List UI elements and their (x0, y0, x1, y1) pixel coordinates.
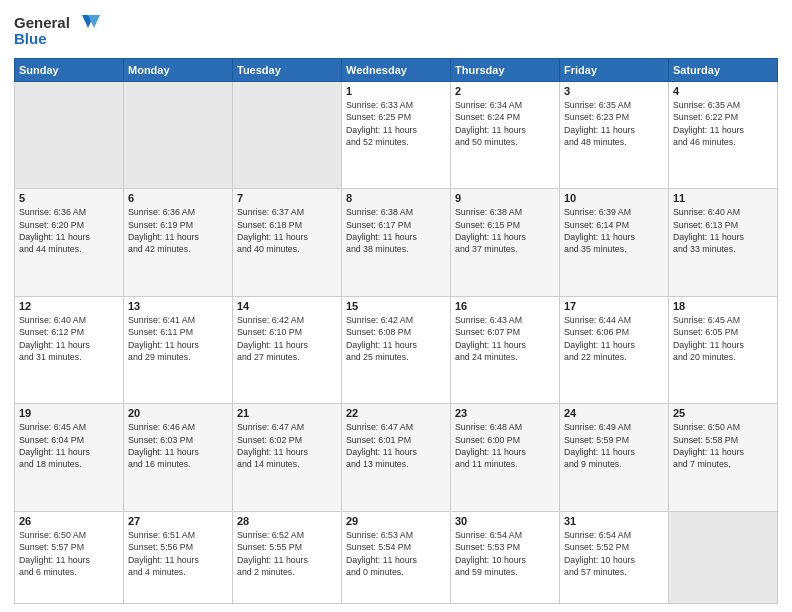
calendar-cell: 10Sunrise: 6:39 AM Sunset: 6:14 PM Dayli… (560, 189, 669, 296)
day-number: 16 (455, 300, 555, 312)
day-info: Sunrise: 6:49 AM Sunset: 5:59 PM Dayligh… (564, 421, 664, 470)
day-info: Sunrise: 6:51 AM Sunset: 5:56 PM Dayligh… (128, 529, 228, 578)
day-info: Sunrise: 6:48 AM Sunset: 6:00 PM Dayligh… (455, 421, 555, 470)
calendar-cell: 23Sunrise: 6:48 AM Sunset: 6:00 PM Dayli… (451, 404, 560, 511)
logo: General Blue (14, 10, 104, 52)
day-info: Sunrise: 6:47 AM Sunset: 6:01 PM Dayligh… (346, 421, 446, 470)
calendar-cell: 14Sunrise: 6:42 AM Sunset: 6:10 PM Dayli… (233, 296, 342, 403)
calendar-cell: 12Sunrise: 6:40 AM Sunset: 6:12 PM Dayli… (15, 296, 124, 403)
day-number: 31 (564, 515, 664, 527)
calendar-cell: 27Sunrise: 6:51 AM Sunset: 5:56 PM Dayli… (124, 511, 233, 603)
day-info: Sunrise: 6:53 AM Sunset: 5:54 PM Dayligh… (346, 529, 446, 578)
calendar-cell: 16Sunrise: 6:43 AM Sunset: 6:07 PM Dayli… (451, 296, 560, 403)
day-number: 28 (237, 515, 337, 527)
day-info: Sunrise: 6:44 AM Sunset: 6:06 PM Dayligh… (564, 314, 664, 363)
day-number: 19 (19, 407, 119, 419)
calendar-cell: 26Sunrise: 6:50 AM Sunset: 5:57 PM Dayli… (15, 511, 124, 603)
calendar-cell: 15Sunrise: 6:42 AM Sunset: 6:08 PM Dayli… (342, 296, 451, 403)
weekday-header-friday: Friday (560, 59, 669, 82)
calendar-cell: 1Sunrise: 6:33 AM Sunset: 6:25 PM Daylig… (342, 82, 451, 189)
day-info: Sunrise: 6:35 AM Sunset: 6:22 PM Dayligh… (673, 99, 773, 148)
day-info: Sunrise: 6:47 AM Sunset: 6:02 PM Dayligh… (237, 421, 337, 470)
calendar-cell: 13Sunrise: 6:41 AM Sunset: 6:11 PM Dayli… (124, 296, 233, 403)
day-number: 15 (346, 300, 446, 312)
calendar-cell: 2Sunrise: 6:34 AM Sunset: 6:24 PM Daylig… (451, 82, 560, 189)
day-number: 17 (564, 300, 664, 312)
day-info: Sunrise: 6:46 AM Sunset: 6:03 PM Dayligh… (128, 421, 228, 470)
day-number: 12 (19, 300, 119, 312)
calendar-cell: 18Sunrise: 6:45 AM Sunset: 6:05 PM Dayli… (669, 296, 778, 403)
calendar-cell (233, 82, 342, 189)
day-info: Sunrise: 6:52 AM Sunset: 5:55 PM Dayligh… (237, 529, 337, 578)
day-number: 9 (455, 192, 555, 204)
day-number: 26 (19, 515, 119, 527)
day-info: Sunrise: 6:36 AM Sunset: 6:20 PM Dayligh… (19, 206, 119, 255)
day-number: 14 (237, 300, 337, 312)
calendar-cell: 19Sunrise: 6:45 AM Sunset: 6:04 PM Dayli… (15, 404, 124, 511)
day-info: Sunrise: 6:45 AM Sunset: 6:05 PM Dayligh… (673, 314, 773, 363)
day-info: Sunrise: 6:34 AM Sunset: 6:24 PM Dayligh… (455, 99, 555, 148)
calendar-week-5: 26Sunrise: 6:50 AM Sunset: 5:57 PM Dayli… (15, 511, 778, 603)
calendar-cell: 7Sunrise: 6:37 AM Sunset: 6:18 PM Daylig… (233, 189, 342, 296)
weekday-header-tuesday: Tuesday (233, 59, 342, 82)
calendar-cell: 25Sunrise: 6:50 AM Sunset: 5:58 PM Dayli… (669, 404, 778, 511)
day-info: Sunrise: 6:41 AM Sunset: 6:11 PM Dayligh… (128, 314, 228, 363)
day-info: Sunrise: 6:45 AM Sunset: 6:04 PM Dayligh… (19, 421, 119, 470)
calendar-week-4: 19Sunrise: 6:45 AM Sunset: 6:04 PM Dayli… (15, 404, 778, 511)
calendar-cell: 8Sunrise: 6:38 AM Sunset: 6:17 PM Daylig… (342, 189, 451, 296)
day-number: 3 (564, 85, 664, 97)
day-number: 1 (346, 85, 446, 97)
day-info: Sunrise: 6:37 AM Sunset: 6:18 PM Dayligh… (237, 206, 337, 255)
calendar-cell: 5Sunrise: 6:36 AM Sunset: 6:20 PM Daylig… (15, 189, 124, 296)
calendar-cell: 3Sunrise: 6:35 AM Sunset: 6:23 PM Daylig… (560, 82, 669, 189)
day-info: Sunrise: 6:42 AM Sunset: 6:08 PM Dayligh… (346, 314, 446, 363)
day-number: 24 (564, 407, 664, 419)
calendar-week-3: 12Sunrise: 6:40 AM Sunset: 6:12 PM Dayli… (15, 296, 778, 403)
svg-text:General: General (14, 14, 70, 31)
calendar-cell: 31Sunrise: 6:54 AM Sunset: 5:52 PM Dayli… (560, 511, 669, 603)
weekday-header-row: SundayMondayTuesdayWednesdayThursdayFrid… (15, 59, 778, 82)
day-info: Sunrise: 6:54 AM Sunset: 5:52 PM Dayligh… (564, 529, 664, 578)
day-number: 7 (237, 192, 337, 204)
day-number: 11 (673, 192, 773, 204)
day-number: 21 (237, 407, 337, 419)
calendar-cell: 4Sunrise: 6:35 AM Sunset: 6:22 PM Daylig… (669, 82, 778, 189)
day-number: 27 (128, 515, 228, 527)
day-number: 13 (128, 300, 228, 312)
day-info: Sunrise: 6:50 AM Sunset: 5:57 PM Dayligh… (19, 529, 119, 578)
calendar-week-1: 1Sunrise: 6:33 AM Sunset: 6:25 PM Daylig… (15, 82, 778, 189)
calendar-cell: 28Sunrise: 6:52 AM Sunset: 5:55 PM Dayli… (233, 511, 342, 603)
day-number: 20 (128, 407, 228, 419)
page: General Blue SundayMondayTuesdayWednesda… (0, 0, 792, 612)
calendar-cell (124, 82, 233, 189)
weekday-header-thursday: Thursday (451, 59, 560, 82)
calendar-cell: 24Sunrise: 6:49 AM Sunset: 5:59 PM Dayli… (560, 404, 669, 511)
day-info: Sunrise: 6:54 AM Sunset: 5:53 PM Dayligh… (455, 529, 555, 578)
calendar-cell: 29Sunrise: 6:53 AM Sunset: 5:54 PM Dayli… (342, 511, 451, 603)
weekday-header-wednesday: Wednesday (342, 59, 451, 82)
calendar-cell: 17Sunrise: 6:44 AM Sunset: 6:06 PM Dayli… (560, 296, 669, 403)
weekday-header-saturday: Saturday (669, 59, 778, 82)
calendar-cell: 22Sunrise: 6:47 AM Sunset: 6:01 PM Dayli… (342, 404, 451, 511)
day-info: Sunrise: 6:40 AM Sunset: 6:12 PM Dayligh… (19, 314, 119, 363)
calendar-table: SundayMondayTuesdayWednesdayThursdayFrid… (14, 58, 778, 604)
day-number: 6 (128, 192, 228, 204)
calendar-cell: 20Sunrise: 6:46 AM Sunset: 6:03 PM Dayli… (124, 404, 233, 511)
day-number: 2 (455, 85, 555, 97)
day-info: Sunrise: 6:33 AM Sunset: 6:25 PM Dayligh… (346, 99, 446, 148)
day-number: 18 (673, 300, 773, 312)
logo-text: General Blue (14, 10, 104, 52)
day-info: Sunrise: 6:36 AM Sunset: 6:19 PM Dayligh… (128, 206, 228, 255)
day-number: 10 (564, 192, 664, 204)
day-number: 5 (19, 192, 119, 204)
weekday-header-sunday: Sunday (15, 59, 124, 82)
day-info: Sunrise: 6:38 AM Sunset: 6:15 PM Dayligh… (455, 206, 555, 255)
day-number: 25 (673, 407, 773, 419)
calendar-cell (15, 82, 124, 189)
calendar-cell: 21Sunrise: 6:47 AM Sunset: 6:02 PM Dayli… (233, 404, 342, 511)
calendar-cell: 9Sunrise: 6:38 AM Sunset: 6:15 PM Daylig… (451, 189, 560, 296)
calendar-week-2: 5Sunrise: 6:36 AM Sunset: 6:20 PM Daylig… (15, 189, 778, 296)
header: General Blue (14, 10, 778, 52)
logo-icon: General Blue (14, 10, 104, 48)
calendar-cell: 11Sunrise: 6:40 AM Sunset: 6:13 PM Dayli… (669, 189, 778, 296)
